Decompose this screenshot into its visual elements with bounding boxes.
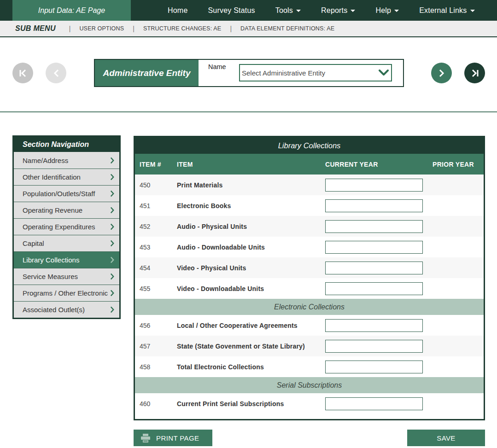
go-last-icon [470, 69, 480, 77]
entity-form: Name Select Administrative Entity [199, 60, 403, 86]
entity-selector-panel: Administrative Entity Name Select Admini… [94, 59, 404, 87]
item-label: Audio - Downloadable Units [177, 244, 325, 251]
chevron-right-icon [110, 207, 114, 214]
submenu-separator: | [230, 25, 232, 32]
submenu-link-structure-changes-ae[interactable]: STRUCTURE CHANGES: AE [143, 25, 222, 32]
current-year-input-454[interactable] [325, 262, 423, 274]
sidebar-item-operating-expenditures[interactable]: Operating Expenditures [14, 218, 119, 235]
submenu-title: SUB MENU [15, 24, 56, 33]
save-label: SAVE [437, 434, 456, 442]
current-year-input-450[interactable] [325, 179, 423, 192]
item-number: 454 [135, 264, 177, 272]
sidebar-item-associated-outlet-s-[interactable]: Associated Outlet(s) [14, 301, 119, 318]
table-row-456: 456Local / Other Cooperative Agreements [135, 315, 484, 336]
sidebar-item-operating-revenue[interactable]: Operating Revenue [14, 202, 119, 218]
item-number: 457 [135, 343, 177, 350]
go-next-icon [439, 69, 445, 77]
sidebar-item-label: Population/Outlets/Staff [23, 190, 110, 198]
item-label: Local / Other Cooperative Agreements [177, 322, 325, 329]
sidebar-item-other-identification[interactable]: Other Identification [14, 169, 119, 185]
current-year-cell [325, 282, 433, 295]
column-header-item-: ITEM # [135, 161, 177, 168]
table-row-452: 452Audio - Physical Units [135, 216, 484, 237]
sidebar-item-capital[interactable]: Capital [14, 235, 119, 251]
entity-select-value: Select Administrative Entity [242, 69, 378, 77]
item-label: Audio - Physical Units [177, 223, 325, 230]
current-year-cell [325, 397, 433, 410]
current-year-input-458[interactable] [325, 361, 423, 373]
menu-item-tools[interactable]: Tools [275, 6, 301, 15]
table-row-453: 453Audio - Downloadable Units [135, 237, 484, 257]
go-last-button[interactable] [464, 63, 485, 83]
menu-item-help[interactable]: Help [375, 6, 399, 15]
sidebar-item-label: Name/Address [23, 157, 110, 164]
chevron-right-icon [110, 306, 114, 313]
active-page-tab-label: Input Data: AE Page [38, 6, 105, 15]
item-number: 451 [135, 202, 177, 209]
entity-select[interactable]: Select Administrative Entity [239, 64, 392, 81]
table-row-450: 450Print Materials [135, 175, 484, 195]
active-page-tab[interactable]: Input Data: AE Page [12, 0, 131, 21]
sidebar-item-programs-other-electronic[interactable]: Programs / Other Electronic [14, 285, 119, 301]
sidebar-item-label: Operating Expenditures [23, 223, 110, 231]
current-year-cell [325, 199, 433, 212]
sidebar-item-label: Other Identification [23, 173, 110, 181]
current-year-input-451[interactable] [325, 199, 423, 212]
printer-icon [141, 434, 150, 442]
section-navigation: Section Navigation Name/Address Other Id… [12, 135, 121, 319]
sidebar-item-service-measures[interactable]: Service Measures [14, 268, 119, 285]
caret-down-icon [470, 10, 475, 12]
chevron-right-icon [110, 223, 114, 230]
go-next-button[interactable] [431, 63, 452, 83]
menu-item-external-links[interactable]: External Links [419, 6, 474, 15]
current-year-input-455[interactable] [325, 282, 423, 295]
current-year-cell [325, 319, 433, 332]
menu-item-survey-status[interactable]: Survey Status [208, 6, 255, 15]
menu-item-reports[interactable]: Reports [321, 6, 355, 15]
chevron-right-icon [110, 190, 114, 197]
current-year-cell [325, 241, 433, 254]
caret-down-icon [394, 10, 399, 12]
section-header-label: Serial Subscriptions [277, 381, 342, 390]
current-year-input-460[interactable] [325, 397, 423, 410]
sidebar-item-label: Service Measures [23, 273, 110, 280]
item-number: 452 [135, 223, 177, 230]
current-year-input-456[interactable] [325, 319, 423, 332]
menu-item-label: Reports [321, 6, 347, 15]
column-header-current-year: CURRENT YEAR [325, 161, 433, 168]
chevron-right-icon [110, 256, 114, 263]
menu-item-label: Tools [275, 6, 293, 15]
chevron-right-icon [110, 240, 114, 247]
menu-item-home[interactable]: Home [168, 6, 187, 15]
table-row-451: 451Electronic Books [135, 195, 484, 216]
item-label: Video - Downloadable Units [177, 285, 325, 292]
menu-item-label: Survey Status [208, 6, 255, 15]
table-row-454: 454Video - Physical Units [135, 257, 484, 278]
submenu-link-user-options[interactable]: USER OPTIONS [79, 25, 124, 32]
table-row-460: 460Current Print Serial Subscriptions [135, 393, 484, 414]
table-row-458: 458Total Electronic Collections [135, 356, 484, 377]
current-year-input-453[interactable] [325, 241, 423, 254]
chevron-right-icon [110, 157, 114, 164]
entity-panel-title: Administrative Entity [95, 60, 199, 86]
go-first-button[interactable] [12, 63, 33, 83]
save-button[interactable]: SAVE [407, 430, 485, 446]
current-year-input-457[interactable] [325, 340, 423, 353]
sidebar-item-population-outlets-staff[interactable]: Population/Outlets/Staff [14, 185, 119, 202]
item-number: 453 [135, 244, 177, 251]
current-year-cell [325, 361, 433, 373]
sidebar-item-library-collections[interactable]: Library Collections [14, 251, 119, 268]
chevron-down-icon [378, 70, 389, 76]
go-previous-button[interactable] [46, 63, 66, 83]
item-number: 456 [135, 322, 177, 329]
current-year-input-452[interactable] [325, 220, 423, 233]
sidebar-item-name-address[interactable]: Name/Address [14, 152, 119, 169]
item-number: 450 [135, 181, 177, 189]
submenu-link-data-element-definitions-ae[interactable]: DATA ELEMENT DEFINITIONS: AE [240, 25, 334, 32]
item-number: 455 [135, 285, 177, 292]
section-header-electronic-collections: Electronic Collections [135, 299, 484, 315]
chevron-right-icon [110, 273, 114, 280]
caret-down-icon [351, 10, 355, 12]
print-page-button[interactable]: PRINT PAGE [134, 430, 212, 446]
item-number: 458 [135, 363, 177, 371]
